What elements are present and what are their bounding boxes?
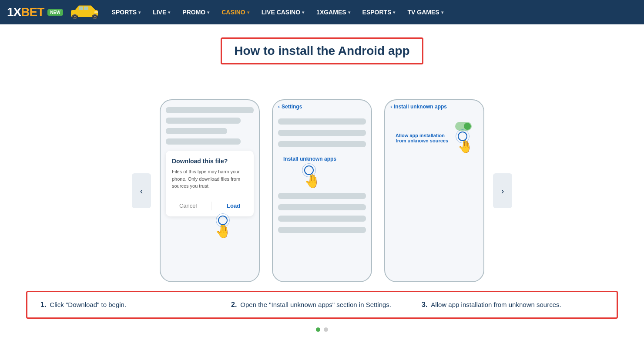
phone-inner-3: Allow app installation from unknown sour… bbox=[385, 111, 483, 281]
phone-bar bbox=[278, 130, 366, 136]
allow-row: Allow app installation from unknown sour… bbox=[390, 118, 478, 157]
page-title-box: How to install the Android app bbox=[221, 37, 423, 64]
phone-slide-2: ‹ Settings Install unknown apps 🤚 bbox=[272, 99, 372, 282]
nav-sports[interactable]: SPORTS ▾ bbox=[106, 0, 147, 24]
dot-2[interactable] bbox=[324, 327, 328, 332]
step-number: 3. bbox=[422, 301, 427, 309]
dot-1[interactable] bbox=[316, 327, 320, 332]
nav-casino[interactable]: CASINO ▾ bbox=[215, 0, 255, 24]
chevron-down-icon: ▾ bbox=[138, 10, 141, 15]
next-arrow[interactable]: › bbox=[493, 173, 512, 208]
phone-slide-3: ‹ Install unknown apps Allow app install… bbox=[384, 99, 484, 282]
chevron-down-icon: ▾ bbox=[441, 10, 443, 15]
step-text: Click "Download" to begin. bbox=[50, 301, 126, 308]
chevron-left-icon: ‹ bbox=[390, 104, 392, 110]
prev-arrow[interactable]: ‹ bbox=[132, 173, 151, 208]
chevron-left-icon: ‹ bbox=[278, 104, 280, 110]
logo: 1XBET bbox=[7, 5, 44, 19]
nav-1xgames[interactable]: 1XGAMES ▾ bbox=[310, 0, 356, 24]
dialog-buttons: Cancel Load bbox=[172, 197, 248, 210]
navbar: 1XBET NEW SPORTS ▾ LIVE ▾ PROMO bbox=[0, 0, 644, 24]
nav-live-casino[interactable]: LIVE CASINO ▾ bbox=[255, 0, 310, 24]
chevron-down-icon: ▾ bbox=[247, 10, 249, 15]
step-text: Open the "Install unknown apps" section … bbox=[240, 301, 391, 308]
car-graphic bbox=[67, 3, 102, 21]
step-3: 3. Allow app installation from unknown s… bbox=[422, 301, 604, 309]
step-number: 1. bbox=[40, 301, 46, 309]
title-wrapper: How to install the Android app bbox=[0, 37, 644, 82]
touch-indicator-2: 🤚 bbox=[304, 165, 366, 189]
install-unknown-label: Install unknown apps bbox=[278, 154, 366, 164]
page-title: How to install the Android app bbox=[234, 44, 409, 58]
cancel-button[interactable]: Cancel bbox=[179, 202, 197, 209]
step-1: 1. Click "Download" to begin. bbox=[40, 301, 222, 309]
phone-slide-1: Download this file? Files of this type m… bbox=[160, 99, 260, 282]
step-text: Allow app installation from unknown sour… bbox=[431, 301, 561, 308]
new-badge: NEW bbox=[47, 9, 63, 16]
svg-point-8 bbox=[94, 16, 96, 17]
chevron-down-icon: ▾ bbox=[168, 10, 170, 15]
phone-bar bbox=[166, 128, 227, 134]
phones-container: Download this file? Files of this type m… bbox=[160, 99, 484, 282]
step-number: 2. bbox=[231, 301, 237, 309]
step-2: 2. Open the "Install unknown apps" secti… bbox=[231, 301, 413, 309]
svg-point-6 bbox=[74, 16, 76, 17]
nav-esports[interactable]: ESPORTS ▾ bbox=[356, 0, 402, 24]
svg-rect-4 bbox=[84, 7, 88, 10]
phone-bar bbox=[278, 204, 366, 210]
phone-inner-1: Download this file? Files of this type m… bbox=[161, 100, 259, 281]
nav-items: SPORTS ▾ LIVE ▾ PROMO ▾ CASINO ▾ LIVE CA… bbox=[106, 0, 637, 24]
touch-indicator-1: 🤚 bbox=[192, 216, 254, 239]
unknown-header: ‹ Install unknown apps bbox=[385, 100, 483, 111]
chevron-down-icon: ▾ bbox=[302, 10, 304, 15]
dialog-title: Download this file? bbox=[172, 158, 248, 165]
phone-bar bbox=[278, 193, 366, 199]
slides-area: ‹ Download this file? Files of this type… bbox=[0, 99, 644, 282]
dialog-text: Files of this type may harm your phone. … bbox=[172, 168, 248, 190]
phone-inner-2: Install unknown apps 🤚 bbox=[273, 111, 371, 281]
svg-rect-3 bbox=[79, 7, 83, 10]
touch-hand-icon: 🤚 bbox=[304, 173, 366, 189]
touch-indicator-3: 🤚 bbox=[458, 132, 473, 154]
nav-tv-games[interactable]: TV GAMES ▾ bbox=[401, 0, 449, 24]
nav-promo[interactable]: PROMO ▾ bbox=[176, 0, 215, 24]
download-dialog: Download this file? Files of this type m… bbox=[166, 151, 254, 216]
phone-bar bbox=[166, 118, 241, 124]
phone-bar bbox=[278, 216, 366, 222]
phone-bar bbox=[166, 107, 254, 113]
svg-rect-9 bbox=[94, 11, 98, 13]
chevron-down-icon: ▾ bbox=[393, 10, 395, 15]
chevron-down-icon: ▾ bbox=[348, 10, 350, 15]
toggle-area: 🤚 bbox=[453, 122, 473, 154]
phone-bar bbox=[278, 118, 366, 125]
carousel-dots bbox=[0, 327, 644, 332]
load-button[interactable]: Load bbox=[227, 202, 240, 209]
main-content: How to install the Android app ‹ Downloa… bbox=[0, 24, 644, 344]
phone-bar bbox=[278, 227, 366, 233]
settings-header: ‹ Settings bbox=[273, 100, 371, 111]
phone-bar bbox=[278, 141, 366, 147]
steps-box: 1. Click "Download" to begin. 2. Open th… bbox=[26, 291, 618, 319]
logo-area: 1XBET NEW bbox=[7, 5, 63, 19]
chevron-down-icon: ▾ bbox=[207, 10, 209, 15]
nav-live[interactable]: LIVE ▾ bbox=[147, 0, 176, 24]
toggle-on bbox=[464, 123, 471, 130]
phone-bar bbox=[166, 138, 241, 145]
